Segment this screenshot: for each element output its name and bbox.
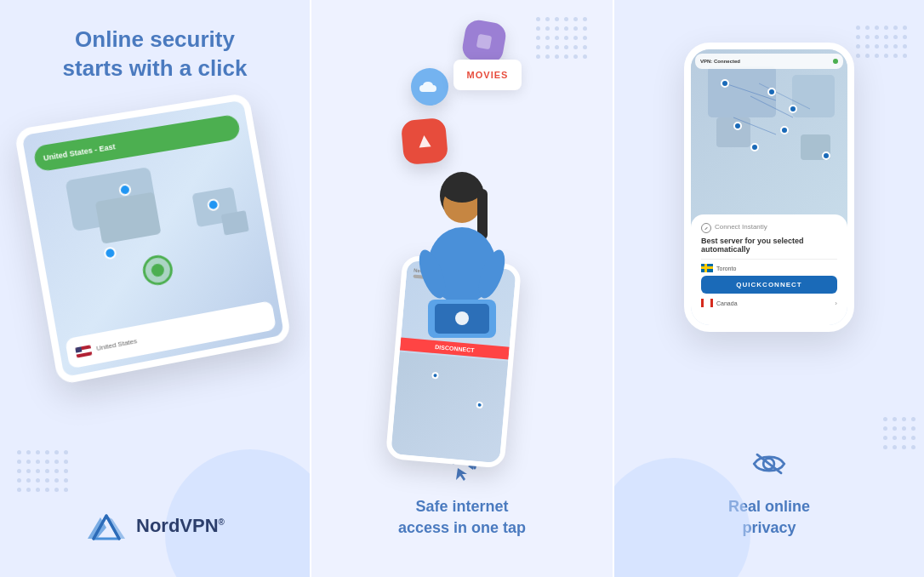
small-pin-1 [431,371,439,379]
small-pin-2 [476,401,483,408]
phone-connect-btn[interactable]: QUICKCONNECT [701,276,837,294]
cloud-symbol [418,78,442,95]
phone-pin-5 [780,126,789,134]
pin-3 [103,246,117,260]
phone-country-label: Toronto [716,266,736,271]
person-illustration [385,163,539,351]
phone-pin-4 [733,122,742,130]
tablet-screen: United States - East [14,92,292,385]
headline-line1: Online security starts with a click [63,26,248,83]
middle-content: MOVIES [385,17,539,560]
phone-bottom-card: Connect Instantly Best server for you se… [691,214,847,325]
tablet-bottom-bar: United States [65,300,277,368]
clock-icon [701,223,711,233]
float-icon-purple [460,18,508,66]
svg-point-12 [455,311,469,325]
phone-mockup-right: VPN: Connected Connect Instantly Best se… [684,43,854,332]
tablet-map: United States - East [22,100,284,376]
phone-flag-row: Toronto [701,264,837,272]
float-icon-cloud [411,68,448,106]
svg-line-16 [759,83,810,109]
panel-right: VPN: Connected Connect Instantly Best se… [614,0,924,577]
network-lines [691,49,847,237]
purple-icon-symbol [472,30,496,54]
svg-point-3 [442,175,482,203]
flag-ca [701,299,713,307]
connect-sub: Best server for you selected automatical… [701,237,837,254]
float-icon-movies: MOVIES [453,60,522,90]
map-bar-text: United States - East [43,142,116,163]
connect-row: Connect Instantly [701,223,837,233]
panel-left: Online security starts with a click Unit… [0,0,311,577]
dots-decoration-right-top [856,26,907,58]
map-continent-af [221,210,249,235]
phone-status-bar: VPN: Connected [695,54,843,69]
phone-status-text: VPN: Connected [700,59,740,64]
app-container: Online security starts with a click Unit… [0,0,924,577]
phone-pin-2 [767,88,776,96]
middle-feature-text: Safe internet access in one tap [398,488,526,547]
map-continent-na2 [95,191,162,243]
map-center-node [140,253,174,288]
phone-inner-right: VPN: Connected Connect Instantly Best se… [691,49,847,325]
svg-rect-0 [476,34,493,50]
dots-decoration-right-bottom [883,417,915,449]
eye-icon-container [748,447,790,481]
map-connection-bar: United States - East [32,113,241,172]
phone-pin-1 [721,79,729,88]
phone-small-map [391,351,508,463]
phone-status-dot [833,59,838,64]
arrow-right: › [835,300,837,307]
phone-pin-7 [822,151,830,160]
dots-decoration-middle [536,17,587,59]
phone-flag-row-2: Canada › [701,299,837,307]
card-divider [701,259,837,260]
flag-us [75,344,92,357]
nordvpn-icon [85,509,128,543]
phone-map-right: VPN: Connected [691,49,847,237]
movies-label: MOVIES [467,70,509,80]
nordvpn-logo: NordVPN® [85,509,225,560]
phone-pin-6 [750,143,759,151]
flag-se [701,264,713,272]
middle-illustration-area: MOVIES [385,17,539,447]
nordvpn-text: NordVPN® [136,515,225,537]
tablet-country-label: United States [95,337,137,352]
float-icon-red [401,117,448,165]
middle-feature-title: Safe internet access in one tap [398,496,526,539]
dots-decoration-left [17,450,68,492]
left-headline: Online security starts with a click [63,26,248,83]
phone-pin-3 [789,105,797,113]
map-center-inner [151,262,165,277]
panel-middle: MOVIES [311,0,614,577]
red-icon-symbol [411,128,439,156]
tablet-mockup: United States - East [14,92,292,385]
eye-icon [748,447,790,481]
connect-title: Connect Instantly [715,223,767,231]
phone-country2-label: Canada [716,300,738,306]
